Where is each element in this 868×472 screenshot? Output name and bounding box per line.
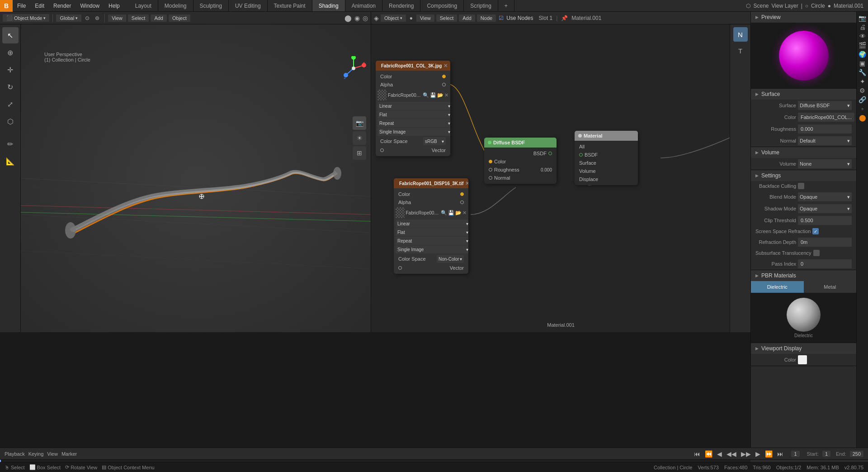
tex1-close[interactable]: ✕ (443, 63, 448, 69)
view-label[interactable]: View (47, 451, 58, 457)
tex1-remove[interactable]: ✕ (444, 92, 448, 98)
node-node-menu[interactable]: Node (477, 14, 496, 22)
tex1-srgb[interactable]: sRGB▾ (423, 137, 446, 145)
roughness-field[interactable]: 0.000 (798, 124, 852, 133)
tab-texture-paint[interactable]: Texture Paint (268, 0, 312, 11)
diffuse-roughness-val[interactable]: 0.000 (541, 167, 552, 172)
object-menu[interactable]: Object (169, 14, 190, 22)
jump-end-btn[interactable]: ⏭ (776, 450, 785, 458)
tab-shading[interactable]: Shading (312, 0, 345, 11)
tex2-flat[interactable]: Flat▾ (396, 228, 468, 236)
volume-header[interactable]: ▶ Volume (751, 147, 856, 158)
pbr-tab-dielectric[interactable]: Dielectric (751, 281, 804, 293)
object-type-dropdown[interactable]: Object (381, 14, 406, 22)
world-props-icon[interactable]: 🌍 (859, 51, 866, 58)
clip-threshold-field[interactable]: 0.500 (798, 216, 852, 225)
node-select-menu[interactable]: Select (436, 14, 458, 22)
object-props-icon[interactable]: ▣ (859, 60, 865, 67)
node-editor[interactable]: FabricRope001_COL_3K.jpg ✕ Color Alpha F… (371, 24, 750, 332)
tex2-non-color[interactable]: Non-Color▾ (437, 255, 464, 263)
active-material-name[interactable]: Material.001 (834, 3, 863, 9)
data-props-icon[interactable]: ◦ (861, 105, 863, 112)
subsurface-checkbox[interactable] (813, 250, 820, 256)
playback-label[interactable]: Playback (5, 451, 25, 457)
menu-render[interactable]: Render (49, 0, 75, 11)
tex1-repeat[interactable]: Repeat▾ (377, 119, 450, 127)
node-texture-1[interactable]: FabricRope001_COL_3K.jpg ✕ Color Alpha F… (376, 61, 450, 156)
node-diffuse-bsdf[interactable]: Diffuse BSDF BSDF Color Roughness (484, 138, 557, 184)
viewport-3d[interactable]: User Perspective (1) Collection | Circle… (21, 24, 371, 332)
pbr-header[interactable]: ▶ PBR Materials (751, 270, 856, 281)
tex1-flat[interactable]: Flat▾ (377, 110, 450, 119)
select-tool[interactable]: ↖ (2, 27, 19, 43)
step-back-btn[interactable]: ◀ (716, 450, 723, 458)
normal-dropdown[interactable]: Default ▾ (798, 136, 852, 145)
viewport-display-header[interactable]: ▶ Viewport Display (751, 343, 856, 354)
tex1-open[interactable]: 📂 (437, 92, 443, 98)
grid-icon[interactable]: ⊞ (353, 146, 366, 160)
tex2-repeat[interactable]: Repeat▾ (396, 237, 468, 245)
pbr-tab-metal[interactable]: Metal (804, 281, 857, 293)
xray-icon[interactable]: ◎ (363, 14, 368, 22)
menu-file[interactable]: File (13, 0, 30, 11)
view-layer-label[interactable]: View Layer (772, 3, 798, 9)
preview-header[interactable]: ▶ Preview (751, 12, 856, 23)
surface-header[interactable]: ▶ Surface (751, 89, 856, 100)
move-tool[interactable]: ✛ (2, 62, 19, 78)
node-texture-2[interactable]: FabricRope001_DISP16_3K.tif ✕ Color Alph… (394, 178, 468, 274)
volume-dropdown[interactable]: None ▾ (798, 159, 852, 168)
snap-icon[interactable]: ⊙ (83, 15, 91, 21)
constraints-icon[interactable]: 🔗 (859, 96, 866, 103)
measure-tool[interactable]: 📐 (2, 153, 19, 169)
menu-window[interactable]: Window (75, 0, 104, 11)
menu-help[interactable]: Help (104, 0, 124, 11)
tab-add[interactable]: + (498, 0, 514, 11)
prev-keyframe-btn[interactable]: ⏪ (703, 450, 714, 458)
tab-sculpting[interactable]: Sculpting (193, 0, 229, 11)
physics-props-icon[interactable]: ⚙ (859, 87, 865, 94)
transform-tool[interactable]: ⬡ (2, 113, 19, 129)
tex1-browse[interactable]: 🔍 (423, 92, 429, 98)
end-frame[interactable]: 250 (850, 451, 863, 457)
annotate-tool[interactable]: ✏ (2, 136, 19, 152)
blend-mode-dropdown[interactable]: Opaque ▾ (798, 192, 852, 201)
node-view-menu[interactable]: View (416, 14, 434, 22)
tab-layout[interactable]: Layout (129, 0, 158, 11)
global-dropdown[interactable]: Global (56, 14, 81, 22)
blender-logo[interactable]: B (0, 0, 13, 12)
tab-compositing[interactable]: Compositing (420, 0, 464, 11)
view-props-icon[interactable]: 👁 (859, 33, 866, 40)
tab-scripting[interactable]: Scripting (464, 0, 498, 11)
camera-icon[interactable]: 📷 (353, 116, 366, 130)
tex1-single-image[interactable]: Single Image▾ (377, 128, 450, 136)
overlay-icon[interactable]: ◉ (354, 14, 360, 22)
keying-label[interactable]: Keying (28, 451, 44, 457)
output-props-icon[interactable]: 🖨 (859, 24, 866, 31)
scene-name[interactable]: Scene (753, 3, 769, 9)
material-props-icon[interactable]: ⬤ (859, 114, 866, 121)
object-mode-dropdown[interactable]: ⬛ Object Mode (3, 14, 49, 22)
node-prop-btn[interactable]: N (733, 27, 748, 42)
proportional-icon[interactable]: ⊚ (93, 15, 101, 21)
tab-uv-editing[interactable]: UV Editing (229, 0, 268, 11)
pass-index-field[interactable]: 0 (798, 259, 852, 268)
vd-color-swatch[interactable] (798, 355, 807, 364)
play-reverse-btn[interactable]: ◀◀ (725, 450, 738, 458)
view-menu[interactable]: View (108, 14, 126, 22)
backface-checkbox[interactable] (798, 183, 804, 189)
scale-tool[interactable]: ⤢ (2, 96, 19, 112)
jump-start-btn[interactable]: ⏮ (693, 450, 702, 458)
render-props-icon[interactable]: 📷 (859, 14, 866, 22)
tex2-browse[interactable]: 🔍 (441, 210, 447, 216)
tex2-open[interactable]: 📂 (455, 210, 462, 216)
tex2-close[interactable]: ✕ (465, 181, 468, 186)
tex1-save[interactable]: 💾 (430, 92, 436, 98)
tex2-single-image[interactable]: Single Image▾ (396, 245, 468, 253)
tab-rendering[interactable]: Rendering (382, 0, 420, 11)
node-tool-btn[interactable]: T (733, 43, 748, 58)
particles-props-icon[interactable]: ✦ (860, 78, 865, 85)
menu-edit[interactable]: Edit (30, 0, 49, 11)
viewport-shade-icon[interactable]: ⬤ (344, 14, 352, 22)
tab-modeling[interactable]: Modeling (158, 0, 193, 11)
play-btn[interactable]: ▶▶ (740, 450, 752, 458)
